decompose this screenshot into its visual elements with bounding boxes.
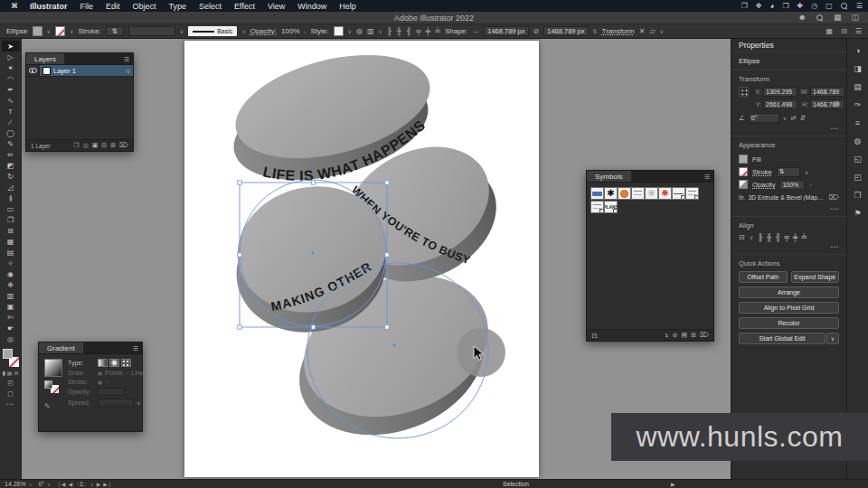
color-guide-icon[interactable]: ◨ [854,65,862,73]
stroke-within-icon[interactable]: ◉ [98,379,102,385]
screen-mode-icon[interactable]: ▢ [7,390,14,398]
slice-tool[interactable]: ✄ [2,312,20,323]
stacks-icon[interactable]: ❒ [782,3,788,10]
opacity-value[interactable]: 100% [281,27,299,35]
free-transform-tool[interactable]: ▭ [2,203,20,214]
screen-mirroring-icon[interactable]: ❐ [741,3,748,10]
prop-align-right-icon[interactable]: ╢ [775,233,780,241]
effect-row[interactable]: fx. 3D Extrude & Bevel (Mapped) (C… ⌦ [739,191,839,203]
qa-offset-path-button[interactable]: Offset Path [739,271,788,283]
zoom-tool[interactable]: ◎ [2,333,20,344]
effect-name[interactable]: 3D Extrude & Bevel (Mapped) (C… [748,194,824,201]
place-symbol-icon[interactable]: ↴ [664,332,669,339]
column-graph-tool[interactable]: ▥ [2,290,20,301]
menu-type[interactable]: Type [163,2,193,11]
points-label[interactable]: Points [105,370,122,376]
arrange-documents-icon[interactable]: ▦ [826,28,834,35]
artboards-icon[interactable]: ❐ [854,192,861,200]
call-icon[interactable]: ◕ [770,3,775,10]
qa-recolor-button[interactable]: Recolor [739,317,839,329]
cb-align-middle-icon[interactable]: ╪ [426,28,431,35]
stroke-color-swatch[interactable] [55,26,65,36]
qa-align-to-pixel-grid-button[interactable]: Align to Pixel Grid [739,302,839,314]
time-machine-icon[interactable]: ◷ [811,3,817,10]
qa-start-global-edit-button[interactable]: Start Global Edit [739,333,826,344]
controlbar-menu-icon[interactable]: ☰ [855,28,862,35]
prop-align-center-icon[interactable]: ╫ [767,233,772,241]
menu-help[interactable]: Help [333,2,363,11]
stroke-along-icon[interactable]: ○ [105,380,108,385]
artboard[interactable]: WHEN YOU'RE TO BUSY MAKING OTHER LIFE IS… [184,41,539,477]
menu-edit[interactable]: Edit [99,2,127,11]
control-center-icon[interactable]: ☰ [856,3,863,10]
delete-symbol-icon[interactable]: ⌦ [700,332,709,339]
properties-tab[interactable]: Properties [739,41,774,50]
gradient-tool[interactable]: ▤ [2,247,20,258]
first-artboard-icon[interactable]: ❘◀ [57,481,66,487]
documents-icon[interactable]: ◫ [851,14,859,22]
appearance-opacity-field[interactable]: 100% [779,180,805,190]
new-layer-icon[interactable]: ⊞ [110,142,116,149]
locate-object-icon[interactable]: ◎ [83,142,89,149]
qa-start-global-edit-dropdown-icon[interactable]: ∨ [826,333,839,344]
plus-icon[interactable]: ✚ [797,3,804,10]
qa-expand-shape-button[interactable]: Expand Shape [791,271,840,283]
new-sublayer-icon[interactable]: ⊟ [101,142,107,149]
gradient-spread-dropdown-icon[interactable]: ∨ [137,399,140,406]
next-artboard-icon[interactable]: ▶ [97,481,101,487]
transform-link[interactable]: Transform [602,27,635,35]
mesh-tool[interactable]: ▦ [2,236,20,247]
layer-target-icon[interactable]: ○ [127,68,130,74]
stroke-dropdown-icon[interactable]: ∨ [70,28,73,34]
break-link-icon[interactable]: ⊘ [673,332,678,339]
shape-builder-tool[interactable]: ❐ [2,214,20,225]
artboard-dropdown-icon[interactable]: ∨ [90,482,94,487]
shape-stepper-icon[interactable]: ⇅ [593,28,598,34]
rotation-field[interactable]: 0° [749,113,779,123]
menu-effect[interactable]: Effect [228,2,261,11]
symbol-text-2[interactable] [685,187,699,200]
menu-file[interactable]: File [74,2,100,11]
previous-artboard-icon[interactable]: ◀ [68,481,72,487]
pencil-tool[interactable]: ✏ [2,149,20,160]
hand-tool[interactable]: ☛ [2,323,20,333]
width-profile-dropdown[interactable] [128,26,175,36]
export-icon[interactable]: ◰ [854,174,862,182]
width-tool[interactable]: ≬ [2,192,20,203]
menu-object[interactable]: Object [127,2,163,11]
reference-point-icon[interactable] [739,87,749,97]
perspective-grid-tool[interactable]: ⊞ [2,225,20,236]
gradient-fill-proxy[interactable] [44,380,52,389]
symbols-panel-menu-icon[interactable]: ☰ [704,174,710,181]
rotate-view-icon[interactable]: ◑ [855,47,860,55]
brush-dropdown-icon[interactable]: ∨ [241,28,245,34]
flip-horizontal-icon[interactable]: ⇄ [790,114,796,122]
appearance-stroke-label[interactable]: Stroke [752,168,772,176]
edit-gradient-icon[interactable]: ✎ [44,402,51,410]
menu-window[interactable]: Window [291,2,333,11]
brush-definition-dropdown[interactable]: Basic [188,26,237,36]
symbol-splatter[interactable]: ✱ [604,187,618,200]
appearance-more-options[interactable]: ••• [739,206,839,211]
gradient-preview-swatch[interactable] [44,359,62,377]
gradient-opacity-field[interactable] [98,388,125,396]
gradient-fill-stroke-proxy[interactable] [44,380,59,393]
appearance-stroke-swatch[interactable] [739,167,748,176]
transform-more-options[interactable]: ••• [739,126,839,131]
fill-row[interactable]: Fill [739,153,839,165]
account-icon[interactable]: ☻ [797,14,806,22]
freeform-gradient-icon[interactable] [121,359,131,367]
stroke-weight-stepper[interactable]: ⇅ [106,26,124,36]
ellipse-tool[interactable]: ◯ [2,127,20,138]
magic-wand-tool[interactable]: ✶ [2,62,20,73]
make-mask-icon[interactable]: ❐ [73,142,79,149]
prop-align-left-icon[interactable]: ╟ [758,233,763,241]
symbols-tab[interactable]: Symbols [587,171,631,182]
y-field[interactable]: 2661.498 [763,99,797,109]
layer-selected-area[interactable]: Layer 1 ○ [40,65,133,76]
layer-name[interactable]: Layer 1 [53,67,76,75]
last-artboard-icon[interactable]: ▶❘ [103,481,112,487]
selection-tool[interactable]: ➤ [2,41,20,52]
edit-toolbar-icon[interactable]: ••• [6,401,14,407]
lines-radio-icon[interactable]: ○ [126,371,129,376]
